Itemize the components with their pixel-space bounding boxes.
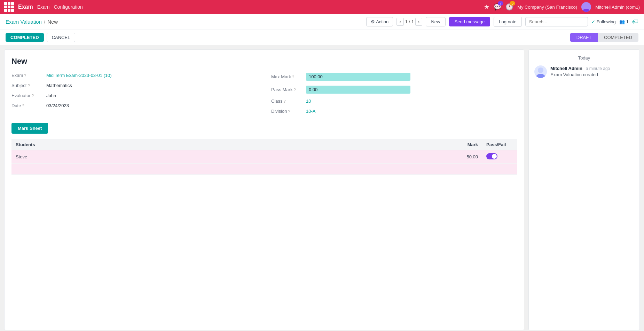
tag-icon[interactable]: 🏷 bbox=[632, 18, 638, 25]
division-value[interactable]: 10-A bbox=[306, 109, 315, 114]
col-pass-fail: Pass/Fail bbox=[482, 139, 517, 150]
status-steps: DRAFT COMPLETED bbox=[570, 33, 638, 42]
activities-count: 5 bbox=[510, 1, 515, 6]
search-input[interactable] bbox=[525, 17, 588, 26]
toggle-switch[interactable] bbox=[486, 153, 497, 159]
exam-help-icon: ? bbox=[24, 73, 26, 78]
following-label: Following bbox=[597, 19, 616, 24]
class-label: Class ? bbox=[271, 98, 306, 104]
svg-point-3 bbox=[536, 74, 545, 78]
status-bar-left: COMPLETED CANCEL bbox=[6, 33, 75, 42]
send-message-button[interactable]: Send message bbox=[449, 17, 490, 26]
messages-badge-btn[interactable]: 💬 7 bbox=[494, 3, 501, 11]
breadcrumb-parent[interactable]: Exam Valuation bbox=[6, 19, 42, 25]
exam-label: Exam ? bbox=[11, 73, 46, 78]
pager-next[interactable]: › bbox=[415, 18, 422, 26]
evaluator-help-icon: ? bbox=[32, 94, 34, 98]
max-mark-row: Max Mark ? bbox=[271, 73, 517, 81]
pager-count: 1 / 1 bbox=[405, 19, 414, 24]
table-row: Steve 50.00 bbox=[11, 150, 517, 164]
status-bar: COMPLETED CANCEL DRAFT COMPLETED bbox=[0, 30, 644, 45]
user-name[interactable]: Mitchell Admin (com1) bbox=[595, 5, 640, 10]
draft-step[interactable]: DRAFT bbox=[570, 33, 598, 42]
date-value: 03/24/2023 bbox=[46, 103, 69, 108]
division-help-icon: ? bbox=[288, 109, 290, 113]
breadcrumb-current: New bbox=[47, 19, 58, 25]
completed-step[interactable]: COMPLETED bbox=[598, 33, 638, 42]
chatter-message: Mitchell Admin a minute ago Exam Valuati… bbox=[534, 65, 634, 78]
form-title: New bbox=[11, 57, 517, 66]
chatter-author: Mitchell Admin bbox=[550, 66, 582, 71]
mark-sheet-button[interactable]: Mark Sheet bbox=[11, 123, 48, 134]
subject-value: Mathematics bbox=[46, 83, 72, 88]
breadcrumb-bar: Exam Valuation / New ⚙ Action ‹ 1 / 1 › … bbox=[0, 14, 644, 30]
people-icon: 👥 bbox=[619, 19, 625, 24]
chatter-text: Exam Valuation created bbox=[550, 72, 634, 77]
division-label: Division ? bbox=[271, 109, 306, 114]
date-row: Date ? 03/24/2023 bbox=[11, 103, 257, 108]
date-help-icon: ? bbox=[22, 104, 24, 108]
svg-point-0 bbox=[584, 4, 588, 8]
exam-row: Exam ? Mid Term Exam-2023-03-01 (10) bbox=[11, 73, 257, 78]
max-mark-input[interactable] bbox=[306, 73, 410, 81]
followers-count[interactable]: 👥 1 bbox=[619, 19, 629, 24]
cancel-button[interactable]: CANCEL bbox=[47, 33, 76, 42]
subject-label: Subject ? bbox=[11, 83, 46, 88]
student-name: Steve bbox=[11, 150, 454, 164]
exam-value[interactable]: Mid Term Exam-2023-03-01 (10) bbox=[46, 73, 112, 78]
pass-mark-label: Pass Mark ? bbox=[271, 87, 306, 92]
following-button[interactable]: ✓ Following bbox=[591, 19, 616, 24]
division-row: Division ? 10-A bbox=[271, 109, 517, 114]
svg-point-2 bbox=[538, 68, 543, 73]
student-mark: 50.00 bbox=[454, 150, 482, 164]
star-icon[interactable]: ★ bbox=[484, 3, 489, 11]
evaluator-value: John bbox=[46, 93, 56, 98]
svg-point-1 bbox=[583, 9, 590, 12]
chatter-area: Today Mitchell Admin a minute ago Exam V… bbox=[528, 49, 640, 330]
check-icon: ✓ bbox=[591, 19, 595, 24]
pager-prev[interactable]: ‹ bbox=[396, 18, 403, 26]
chatter-content: Mitchell Admin a minute ago Exam Valuati… bbox=[550, 65, 634, 77]
nav-exam-link[interactable]: Exam bbox=[37, 4, 50, 10]
pass-mark-row: Pass Mark ? bbox=[271, 86, 517, 94]
log-note-button[interactable]: Log note bbox=[494, 17, 522, 27]
new-button[interactable]: New bbox=[426, 17, 445, 26]
students-table: Students Mark Pass/Fail Steve 50.00 bbox=[11, 139, 517, 175]
max-mark-label: Max Mark ? bbox=[271, 74, 306, 79]
form-grid: Exam ? Mid Term Exam-2023-03-01 (10) Sub… bbox=[11, 73, 517, 119]
nav-configuration-link[interactable]: Configuration bbox=[54, 4, 83, 10]
subject-help-icon: ? bbox=[28, 84, 30, 88]
pass-mark-help-icon: ? bbox=[293, 88, 296, 92]
subject-row: Subject ? Mathematics bbox=[11, 83, 257, 88]
evaluator-row: Evaluator ? John bbox=[11, 93, 257, 98]
class-value[interactable]: 10 bbox=[306, 98, 311, 104]
breadcrumb-separator: / bbox=[44, 19, 45, 25]
action-button[interactable]: ⚙ Action bbox=[366, 17, 393, 26]
evaluator-label: Evaluator ? bbox=[11, 93, 46, 98]
avatar[interactable] bbox=[581, 2, 591, 12]
date-label: Date ? bbox=[11, 103, 46, 108]
max-mark-help-icon: ? bbox=[292, 75, 294, 79]
pass-fail-toggle[interactable] bbox=[482, 150, 517, 164]
form-area: New Exam ? Mid Term Exam-2023-03-01 (10)… bbox=[4, 49, 524, 330]
class-help-icon: ? bbox=[284, 99, 286, 103]
pass-mark-input[interactable] bbox=[306, 86, 410, 94]
main-layout: New Exam ? Mid Term Exam-2023-03-01 (10)… bbox=[0, 45, 644, 331]
top-navigation: Exam Exam Configuration ★ 💬 7 🕐 5 My Com… bbox=[0, 0, 644, 14]
col-students: Students bbox=[11, 139, 454, 150]
apps-grid-icon[interactable] bbox=[4, 2, 14, 12]
breadcrumb: Exam Valuation / New bbox=[6, 19, 58, 25]
pager: ‹ 1 / 1 › bbox=[396, 18, 422, 26]
app-title: Exam bbox=[18, 4, 33, 10]
chatter-time: a minute ago bbox=[586, 66, 610, 71]
empty-row bbox=[11, 164, 517, 175]
completed-button[interactable]: COMPLETED bbox=[6, 33, 44, 42]
company-name[interactable]: My Company (San Francisco) bbox=[517, 5, 577, 10]
chatter-today-label: Today bbox=[534, 55, 634, 61]
class-row: Class ? 10 bbox=[271, 98, 517, 104]
messages-count: 7 bbox=[498, 1, 503, 6]
activities-badge-btn[interactable]: 🕐 5 bbox=[505, 3, 513, 11]
col-mark: Mark bbox=[454, 139, 482, 150]
breadcrumb-actions: ⚙ Action ‹ 1 / 1 › New Send message Log … bbox=[366, 17, 638, 27]
chatter-avatar bbox=[534, 65, 547, 78]
